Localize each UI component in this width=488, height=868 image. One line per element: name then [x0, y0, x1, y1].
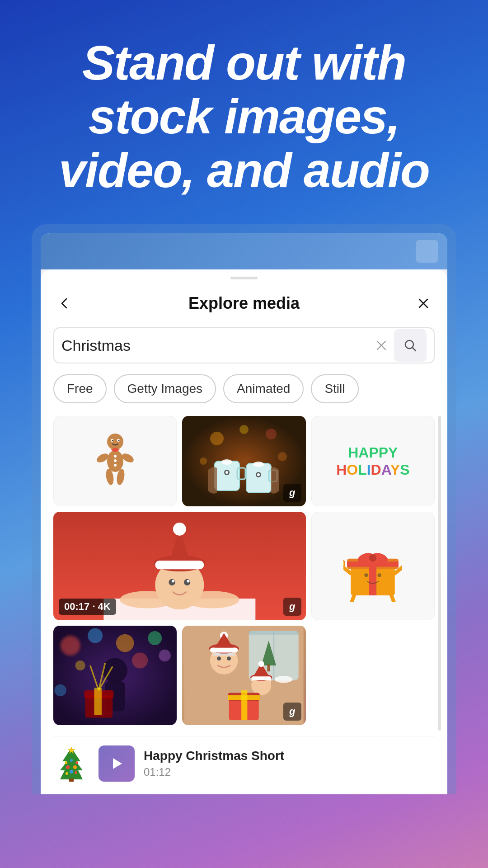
- svg-point-56: [61, 636, 80, 656]
- svg-rect-92: [228, 695, 260, 700]
- svg-point-101: [65, 761, 67, 764]
- svg-point-18: [200, 458, 207, 465]
- svg-point-38: [172, 580, 174, 583]
- search-bar: [53, 327, 435, 363]
- svg-point-8: [114, 459, 117, 462]
- media-item-grandma[interactable]: g: [182, 626, 305, 725]
- close-button[interactable]: [412, 292, 435, 315]
- hero-title: Stand out with stock images, video, and …: [27, 36, 461, 197]
- svg-point-39: [187, 580, 190, 583]
- media-item-hot-chocolate[interactable]: g: [182, 416, 305, 506]
- svg-point-102: [75, 761, 78, 764]
- video-duration-badge: 00:17 · 4K: [59, 599, 116, 615]
- svg-point-28: [221, 459, 232, 465]
- svg-line-50: [391, 595, 395, 603]
- svg-point-99: [66, 772, 68, 775]
- modal-sheet: Explore media: [41, 269, 447, 794]
- svg-point-27: [257, 473, 260, 476]
- svg-point-62: [132, 653, 148, 669]
- filter-row: Free Getty Images Animated Still: [53, 374, 435, 403]
- svg-rect-35: [155, 561, 204, 569]
- search-input[interactable]: [61, 337, 372, 354]
- svg-point-98: [70, 770, 73, 774]
- media-item-boy-gifts[interactable]: [53, 626, 177, 725]
- filter-still[interactable]: Still: [311, 374, 358, 403]
- card-inner: Explore media: [41, 233, 447, 794]
- svg-point-57: [88, 628, 103, 643]
- audio-duration: 01:12: [144, 766, 435, 778]
- svg-point-87: [258, 661, 264, 667]
- svg-point-4: [112, 440, 113, 441]
- svg-marker-93: [60, 748, 83, 779]
- svg-point-97: [73, 765, 77, 769]
- svg-point-5: [118, 440, 119, 441]
- svg-point-61: [75, 660, 85, 670]
- svg-point-29: [253, 462, 264, 467]
- media-item-happy-holidays[interactable]: HAPPY HOLIDAYS: [311, 416, 435, 506]
- svg-point-16: [266, 429, 277, 439]
- search-button[interactable]: [394, 329, 427, 362]
- svg-point-48: [369, 554, 376, 561]
- getty-badge-2: g: [283, 598, 301, 616]
- svg-point-37: [184, 579, 190, 585]
- svg-point-100: [75, 771, 77, 774]
- media-item-gingerbread[interactable]: [53, 416, 177, 506]
- svg-point-34: [173, 523, 186, 536]
- filter-animated[interactable]: Animated: [223, 374, 304, 403]
- back-button[interactable]: [53, 292, 76, 315]
- svg-rect-95: [69, 778, 74, 782]
- modal-header: Explore media: [53, 292, 435, 315]
- svg-point-60: [159, 650, 170, 661]
- svg-point-9: [114, 464, 117, 467]
- svg-rect-91: [241, 690, 247, 720]
- svg-point-19: [278, 452, 287, 461]
- svg-rect-79: [210, 648, 238, 653]
- svg-point-96: [66, 765, 70, 769]
- svg-rect-20: [215, 461, 239, 491]
- audio-tree-icon: [53, 745, 89, 782]
- svg-point-103: [70, 759, 73, 762]
- filter-free[interactable]: Free: [53, 374, 107, 403]
- svg-point-63: [54, 684, 66, 696]
- preview-icon: [416, 240, 438, 263]
- filter-getty[interactable]: Getty Images: [114, 374, 216, 403]
- svg-rect-76: [267, 665, 271, 671]
- svg-point-58: [116, 634, 134, 652]
- card-wrapper: Explore media: [32, 224, 456, 794]
- svg-rect-45: [347, 562, 399, 567]
- media-item-gift-box[interactable]: [311, 512, 435, 620]
- svg-marker-104: [113, 758, 122, 769]
- clear-search-button[interactable]: [372, 336, 390, 354]
- svg-rect-68: [94, 688, 102, 716]
- svg-point-54: [365, 574, 368, 577]
- svg-line-49: [351, 595, 355, 603]
- svg-point-40: [120, 591, 174, 609]
- svg-point-17: [239, 425, 249, 434]
- svg-point-74: [275, 676, 293, 683]
- svg-rect-88: [251, 677, 271, 681]
- modal-handle: [230, 277, 258, 279]
- svg-rect-24: [246, 463, 271, 493]
- audio-play-button[interactable]: [99, 745, 135, 782]
- svg-point-59: [148, 631, 162, 645]
- svg-point-41: [185, 591, 239, 609]
- preview-strip: [41, 233, 447, 269]
- media-item-baby-santa[interactable]: 00:17 · 4K g: [53, 512, 306, 620]
- svg-point-23: [225, 471, 228, 474]
- media-grid: g HAPPY HOLIDAYS: [53, 416, 435, 731]
- svg-point-82: [217, 657, 221, 661]
- getty-badge-3: g: [283, 703, 301, 721]
- svg-point-1: [107, 434, 123, 450]
- svg-point-7: [114, 455, 117, 458]
- svg-point-64: [103, 658, 127, 683]
- svg-point-55: [378, 574, 381, 577]
- modal-title: Explore media: [188, 294, 300, 313]
- audio-info: Happy Christmas Short 01:12: [144, 749, 435, 778]
- hero-section: Stand out with stock images, video, and …: [0, 0, 488, 220]
- svg-point-36: [169, 579, 175, 585]
- svg-point-15: [210, 432, 224, 445]
- svg-point-83: [227, 657, 231, 661]
- audio-title: Happy Christmas Short: [144, 749, 435, 763]
- audio-row: Happy Christmas Short 01:12: [53, 736, 435, 794]
- getty-badge: g: [283, 484, 301, 502]
